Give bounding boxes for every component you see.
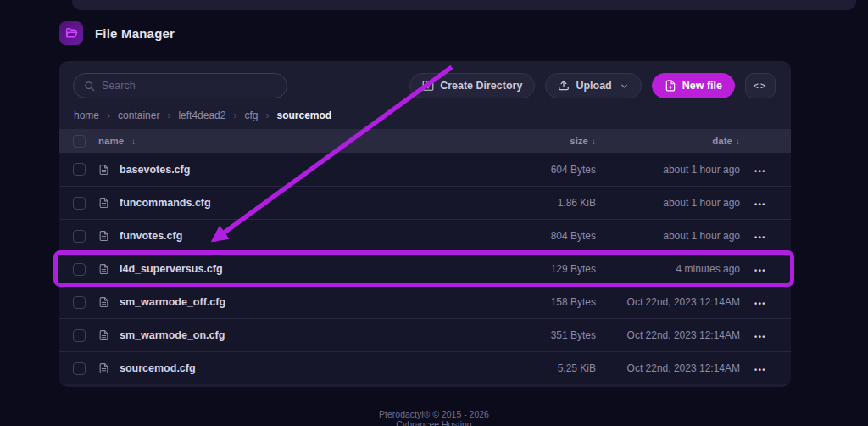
column-date-label: date <box>712 136 732 146</box>
file-size: 5.25 KiB <box>486 362 596 374</box>
row-actions-menu-icon[interactable]: ••• <box>754 167 766 176</box>
table-row[interactable]: sm_warmode_off.cfg 158 Bytes Oct 22nd, 2… <box>59 285 791 318</box>
table-row[interactable]: sourcemod.cfg 5.25 KiB Oct 22nd, 2023 12… <box>59 351 791 384</box>
select-all-checkbox[interactable] <box>73 135 86 148</box>
folder-plus-icon <box>422 80 434 92</box>
row-checkbox[interactable] <box>73 296 86 309</box>
row-actions-menu-icon[interactable]: ••• <box>754 200 766 209</box>
page-title: File Manager <box>95 26 175 41</box>
file-manager-icon <box>59 21 83 45</box>
column-header-name[interactable]: name↓ <box>98 136 486 146</box>
folder-open-icon <box>64 26 78 40</box>
file-icon <box>98 197 109 209</box>
table-header: name↓ size↓ date↓ <box>59 129 791 153</box>
breadcrumb-item-sourcemod: sourcemod <box>276 109 331 121</box>
breadcrumb-separator-icon: › <box>167 109 170 121</box>
file-size: 1.86 KiB <box>486 197 596 209</box>
column-header-date[interactable]: date↓ <box>596 136 740 146</box>
breadcrumb-separator-icon: › <box>233 109 236 121</box>
footer-copyright: Pterodactyl® © 2015 - 2026 <box>0 409 868 419</box>
file-icon <box>98 296 109 308</box>
breadcrumb-separator-icon: › <box>265 109 269 121</box>
breadcrumb-separator-icon: › <box>107 109 110 121</box>
table-row[interactable]: l4d_superversus.cfg 129 Bytes 4 minutes … <box>59 252 791 285</box>
table-row[interactable]: funcommands.cfg 1.86 KiB about 1 hour ag… <box>59 186 791 219</box>
breadcrumb-item-container[interactable]: container <box>118 109 159 121</box>
file-date: about 1 hour ago <box>596 164 740 176</box>
file-name[interactable]: sm_warmode_off.cfg <box>120 296 225 308</box>
file-icon <box>98 164 109 176</box>
file-date: Oct 22nd, 2023 12:14AM <box>596 362 740 374</box>
file-name[interactable]: basevotes.cfg <box>120 164 190 176</box>
row-actions-menu-icon[interactable]: ••• <box>754 233 766 242</box>
code-icon: <> <box>754 81 768 91</box>
file-icon <box>98 263 109 275</box>
file-name[interactable]: sourcemod.cfg <box>120 362 196 374</box>
row-actions-menu-icon[interactable]: ••• <box>754 366 766 374</box>
row-checkbox[interactable] <box>73 197 86 210</box>
create-directory-button[interactable]: Create Directory <box>409 73 535 98</box>
row-actions-menu-icon[interactable]: ••• <box>754 333 766 341</box>
create-directory-label: Create Directory <box>440 80 522 92</box>
chevron-down-icon <box>620 81 629 91</box>
row-actions-menu-icon[interactable]: ••• <box>754 266 766 275</box>
search-input[interactable]: Search <box>73 73 287 98</box>
top-nav-bar <box>72 0 856 10</box>
file-size: 804 Bytes <box>486 230 596 242</box>
toolbar-actions: Create Directory Upload New file <> <box>409 73 776 98</box>
row-actions-menu-icon[interactable]: ••• <box>754 300 766 308</box>
file-plus-icon <box>665 80 676 92</box>
sort-descending-icon: ↓ <box>736 137 740 146</box>
file-date: Oct 22nd, 2023 12:14AM <box>596 329 740 341</box>
upload-button[interactable]: Upload <box>545 73 641 98</box>
file-name[interactable]: sm_warmode_on.cfg <box>120 329 225 341</box>
file-name[interactable]: funcommands.cfg <box>120 197 211 209</box>
column-name-label: name <box>98 136 124 146</box>
file-icon <box>98 329 109 341</box>
file-date: about 1 hour ago <box>596 197 740 209</box>
search-icon <box>84 81 95 92</box>
file-date: Oct 22nd, 2023 12:14AM <box>596 296 740 308</box>
file-size: 129 Bytes <box>486 263 596 275</box>
row-checkbox[interactable] <box>73 329 86 342</box>
file-date: about 1 hour ago <box>596 230 740 242</box>
sort-descending-icon: ↓ <box>131 137 136 146</box>
breadcrumb-item-cfg[interactable]: cfg <box>244 109 258 121</box>
new-file-button[interactable]: New file <box>652 73 735 98</box>
breadcrumb-item-home[interactable]: home <box>74 109 99 121</box>
file-date: 4 minutes ago <box>596 263 740 275</box>
code-editor-button[interactable]: <> <box>745 73 776 98</box>
breadcrumb: home›container›left4dead2›cfg›sourcemod <box>59 98 791 124</box>
row-checkbox[interactable] <box>73 163 86 176</box>
file-name[interactable]: funvotes.cfg <box>120 230 182 242</box>
table-row[interactable]: funvotes.cfg 804 Bytes about 1 hour ago … <box>59 219 791 252</box>
page-footer: Pterodactyl® © 2015 - 2026 Cybrancee Hos… <box>0 409 868 426</box>
new-file-label: New file <box>682 80 722 92</box>
file-manager-panel: Search Create Directory Upload <box>59 61 791 387</box>
page-header: File Manager <box>59 21 175 45</box>
breadcrumb-item-left4dead2[interactable]: left4dead2 <box>178 109 225 121</box>
file-name[interactable]: l4d_superversus.cfg <box>120 263 223 275</box>
row-checkbox[interactable] <box>73 263 86 276</box>
column-header-size[interactable]: size↓ <box>486 136 596 146</box>
column-size-label: size <box>570 136 588 146</box>
file-icon <box>98 230 109 242</box>
file-size: 158 Bytes <box>486 296 596 308</box>
upload-label: Upload <box>576 80 611 92</box>
file-icon <box>98 362 109 374</box>
row-checkbox[interactable] <box>73 230 86 243</box>
file-size: 604 Bytes <box>486 164 596 176</box>
upload-icon <box>558 80 570 92</box>
footer-host[interactable]: Cybrancee Hosting <box>0 419 868 426</box>
file-size: 351 Bytes <box>486 329 596 341</box>
toolbar: Search Create Directory Upload <box>59 61 791 98</box>
row-checkbox[interactable] <box>73 362 86 375</box>
table-row[interactable]: basevotes.cfg 604 Bytes about 1 hour ago… <box>59 153 791 186</box>
search-placeholder: Search <box>102 80 136 92</box>
file-list: basevotes.cfg 604 Bytes about 1 hour ago… <box>59 153 791 384</box>
table-row[interactable]: sm_warmode_on.cfg 351 Bytes Oct 22nd, 20… <box>59 318 791 351</box>
